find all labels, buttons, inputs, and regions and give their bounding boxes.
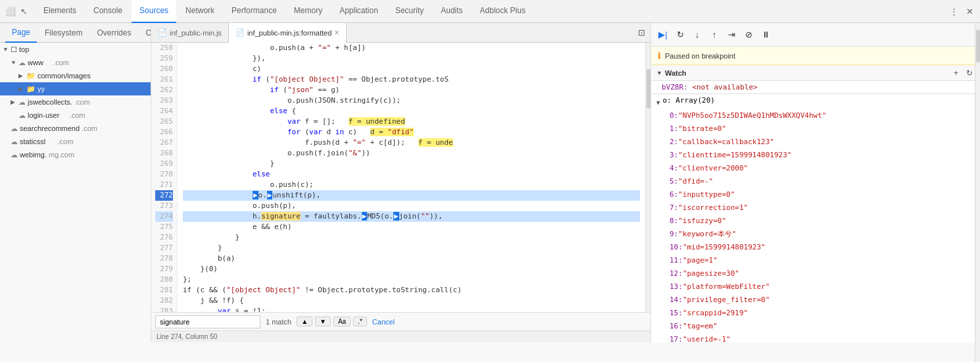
tree-yy[interactable]: ▶ 📁 yy	[0, 82, 151, 95]
var-item-12[interactable]: 12: "pagesize=30"	[651, 267, 980, 280]
login-cloud-icon: ☁	[18, 111, 26, 120]
file-area-toggle-icon[interactable]: ⊡	[638, 28, 645, 38]
tree-login-user[interactable]: ☁ login-user .com	[0, 109, 151, 122]
tree-searchrecommend[interactable]: ☁ searchrecommend .com	[0, 122, 151, 135]
code-content-area[interactable]: 258 259 260 261 262 263 264 265 266 267 …	[151, 43, 650, 312]
file-tab-minjs[interactable]: 📄 inf_public-min.js	[151, 23, 229, 43]
var-item-1[interactable]: 1: "bitrate=0"	[651, 122, 980, 136]
sub-tab-content-scripts[interactable]: Content scripts	[139, 23, 151, 43]
search-next-btn[interactable]: ▼	[315, 317, 331, 326]
var-item-2[interactable]: 2: "callback=callback123"	[651, 136, 980, 149]
tree-label-searchrecommend-dim: .com	[80, 124, 97, 132]
tree-jswebcollects[interactable]: ▶ ☁ jswebcollects. .com	[0, 95, 151, 109]
cursor-position: Line 274, Column 50	[157, 333, 217, 340]
var-item-10[interactable]: 10: "mid=1599914801923"	[651, 241, 980, 254]
var-array-root[interactable]: ▼ o: Array(20)	[651, 94, 980, 109]
tab-console[interactable]: Console	[86, 0, 130, 23]
tab-sources[interactable]: Sources	[132, 0, 176, 23]
code-scrollbar-thumb[interactable]	[647, 69, 650, 109]
tree-www[interactable]: ▼ ☁ www .com	[0, 56, 151, 69]
search-case-btn[interactable]: Aa	[333, 317, 351, 326]
tab-security[interactable]: Security	[387, 0, 431, 23]
var-val-14: "privilege_filter=0"	[683, 295, 770, 305]
tree-staticssl[interactable]: ☁ staticssl .com	[0, 135, 151, 148]
code-lines[interactable]: o.push(a + "=" + h[a]) }), c) if ("[obje…	[178, 43, 645, 312]
tree-webimg[interactable]: ☁ webimg. mg.com	[0, 148, 151, 161]
code-line-269: }	[183, 159, 640, 169]
right-panel-scrollbar-thumb[interactable]	[976, 30, 980, 63]
file-tab-icon-formatted: 📄	[235, 28, 245, 37]
sub-tab-page[interactable]: Page	[5, 23, 37, 43]
var-item-0[interactable]: 0: "NVPh5oo715z5DIWAeQ1hMDsWXXQV4hwt"	[651, 109, 980, 122]
var-val-16: "tag=em"	[683, 321, 718, 332]
var-item-4[interactable]: 4: "clientver=2000"	[651, 162, 980, 175]
watch-refresh-btn[interactable]: ↻	[964, 68, 975, 78]
tree-common-images[interactable]: ▶ 📁 common/images	[0, 69, 151, 82]
tab-audits[interactable]: Audits	[433, 0, 470, 23]
debug-toolbar: ▶| ↻ ↓ ↑ ⇥ ⊘ ⏸	[651, 23, 980, 47]
step-over-btn[interactable]: ↻	[674, 28, 687, 41]
var-val-12: "pagesize=30"	[683, 269, 739, 279]
file-tab-close-formatted[interactable]: ✕	[334, 29, 339, 36]
resume-btn[interactable]: ▶|	[656, 28, 670, 41]
var-array-label: o: Array(20)	[662, 95, 714, 106]
var-item-8[interactable]: 8: "isfuzzy=0"	[651, 215, 980, 228]
tab-network[interactable]: Network	[178, 0, 222, 23]
sub-tab-filesystem[interactable]: Filesystem	[38, 23, 89, 43]
code-line-283: var s = !1;	[183, 306, 640, 312]
step-out-btn[interactable]: ↑	[708, 28, 721, 41]
watch-section-header[interactable]: ▼ Watch + ↻	[651, 65, 980, 81]
more-options-icon[interactable]: ⋮	[948, 6, 959, 16]
variables-section: ▼ o: Array(20) 0: "NVPh5oo715z5DIWAeQ1hM…	[651, 94, 980, 342]
file-tabs-bar: 📄 inf_public-min.js 📄 inf_public-min.js:…	[151, 23, 650, 43]
tree-label-searchrecommend: searchrecommend	[20, 124, 80, 132]
code-scrollbar-v[interactable]	[645, 43, 650, 312]
code-line-268: o.push(f.join("&"))	[183, 148, 640, 159]
search-prev-btn[interactable]: ▲	[297, 317, 312, 326]
var-item-16[interactable]: 16: "tag=em"	[651, 320, 980, 333]
tab-elements[interactable]: Elements	[36, 0, 84, 23]
device-toggle-icon[interactable]: ⬜	[5, 6, 16, 16]
inspect-icon[interactable]: ↖	[18, 6, 29, 16]
var-item-3[interactable]: 3: "clienttime=1599914801923"	[651, 149, 980, 162]
code-line-278: b(a)	[183, 253, 640, 264]
tab-memory[interactable]: Memory	[286, 0, 330, 23]
code-line-275: e && e(h)	[183, 222, 640, 232]
var-item-14[interactable]: 14: "privilege_filter=0"	[651, 294, 980, 307]
search-regex-btn[interactable]: .*	[353, 317, 367, 326]
var-val-17: "userid=-1"	[683, 334, 731, 342]
toolbar-device-icons: ⬜ ↖	[5, 6, 29, 16]
step-into-btn[interactable]: ↓	[691, 28, 704, 41]
tree-label-www-dim: .com	[43, 59, 69, 66]
var-item-17[interactable]: 17: "userid=-1"	[651, 333, 980, 342]
tab-performance[interactable]: Performance	[224, 0, 285, 23]
tree-label-staticssl-dim: .com	[45, 138, 73, 145]
jsweb-cloud-icon: ☁	[18, 98, 26, 107]
search-cancel-btn[interactable]: Cancel	[372, 318, 395, 326]
file-tab-formatted[interactable]: 📄 inf_public-min.js:formatted ✕	[229, 23, 347, 43]
search-bar: 1 match ▲ ▼ Aa .* Cancel	[151, 312, 650, 330]
close-devtools-icon[interactable]: ✕	[964, 6, 975, 16]
var-val-8: "isfuzzy=0"	[678, 216, 726, 226]
var-item-13[interactable]: 13: "platform=WebFilter"	[651, 280, 980, 294]
search-input[interactable]	[155, 315, 260, 328]
var-item-5[interactable]: 5: "dfid=-"	[651, 175, 980, 188]
watch-add-btn[interactable]: +	[952, 68, 960, 78]
var-item-15[interactable]: 15: "srcappid=2919"	[651, 307, 980, 320]
var-item-9[interactable]: 9: "keyword=本兮"	[651, 228, 980, 241]
right-panel-scrollbar[interactable]	[975, 23, 980, 342]
tab-adblock[interactable]: Adblock Plus	[472, 0, 533, 23]
var-array-arrow: ▼	[656, 97, 660, 108]
tree-top[interactable]: ▼ ☐ top	[0, 43, 151, 56]
tab-application[interactable]: Application	[331, 0, 386, 23]
step-btn[interactable]: ⇥	[725, 28, 738, 41]
var-item-11[interactable]: 11: "page=1"	[651, 254, 980, 267]
pause-on-exceptions-btn[interactable]: ⏸	[759, 28, 772, 41]
sub-tab-overrides[interactable]: Overrides	[90, 23, 137, 43]
code-line-259: }),	[183, 53, 640, 64]
watch-section: ▼ Watch + ↻ bVZ8R: <not available>	[651, 65, 980, 94]
var-item-6[interactable]: 6: "inputtype=0"	[651, 188, 980, 201]
deactivate-breakpoints-btn[interactable]: ⊘	[742, 28, 755, 41]
tree-arrow-jsweb: ▶	[11, 99, 18, 105]
var-item-7[interactable]: 7: "iscorrection=1"	[651, 201, 980, 215]
